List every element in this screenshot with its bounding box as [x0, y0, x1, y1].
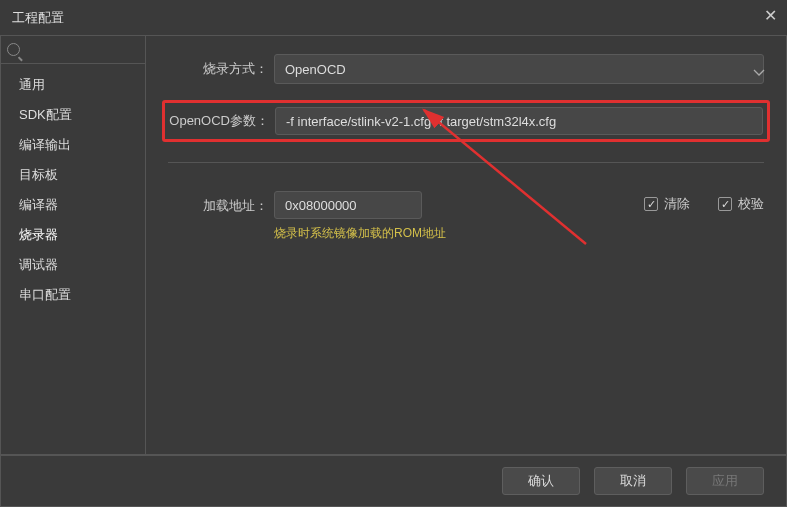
verify-label: 校验	[738, 195, 764, 213]
load-addr-hint: 烧录时系统镜像加载的ROM地址	[274, 225, 446, 242]
sidebar-item-compiler[interactable]: 编译器	[1, 190, 145, 220]
highlight-annotation: OpenOCD参数：	[162, 100, 770, 142]
apply-button[interactable]: 应用	[686, 467, 764, 495]
sidebar-item-target-board[interactable]: 目标板	[1, 160, 145, 190]
openocd-args-label: OpenOCD参数：	[169, 112, 275, 130]
clear-checkbox[interactable]: 清除	[644, 195, 690, 213]
ok-button[interactable]: 确认	[502, 467, 580, 495]
sidebar-item-debugger[interactable]: 调试器	[1, 250, 145, 280]
checkbox-icon	[644, 197, 658, 211]
openocd-args-input[interactable]	[275, 107, 763, 135]
sidebar-item-compile-output[interactable]: 编译输出	[1, 130, 145, 160]
sidebar-item-sdk[interactable]: SDK配置	[1, 100, 145, 130]
load-addr-label: 加载地址：	[168, 191, 274, 215]
title-bar: 工程配置 ✕	[0, 0, 787, 36]
sidebar-item-general[interactable]: 通用	[1, 70, 145, 100]
sidebar-item-burner[interactable]: 烧录器	[1, 220, 145, 250]
sidebar: 通用 SDK配置 编译输出 目标板 编译器 烧录器 调试器 串口配置	[1, 36, 146, 454]
verify-checkbox[interactable]: 校验	[718, 195, 764, 213]
burn-method-label: 烧录方式：	[168, 60, 274, 78]
dialog-title: 工程配置	[12, 9, 64, 27]
burn-method-value: OpenOCD	[285, 62, 346, 77]
burn-method-dropdown[interactable]: OpenOCD	[274, 54, 764, 84]
clear-label: 清除	[664, 195, 690, 213]
search-box[interactable]	[1, 36, 145, 64]
checkbox-icon	[718, 197, 732, 211]
sidebar-item-serial[interactable]: 串口配置	[1, 280, 145, 310]
load-addr-input[interactable]	[274, 191, 422, 219]
divider	[168, 162, 764, 163]
main-panel: 烧录方式： OpenOCD OpenOCD参数： 加载地址： 烧录时系统镜像加载…	[146, 36, 786, 454]
footer: 确认 取消 应用	[0, 455, 787, 507]
close-icon[interactable]: ✕	[764, 8, 777, 24]
search-icon	[7, 43, 20, 56]
cancel-button[interactable]: 取消	[594, 467, 672, 495]
